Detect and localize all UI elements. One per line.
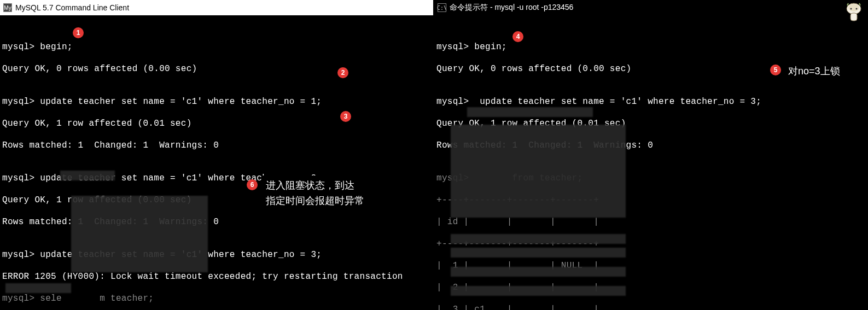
cmd-window: C:\ 命令提示符 - mysql -u root -p123456 mysql… [434,0,868,310]
term-line: mysql> update teacher set name = 'c1' wh… [2,249,431,260]
term-line: Rows matched: 1 Changed: 1 Warnings: 0 [2,217,431,227]
censor-block [71,196,208,272]
term-line: mysql> update teacher set name = 'c1' wh… [436,96,866,107]
mysql-icon: My [3,3,12,12]
annotation-badge-1: 1 [73,27,84,38]
window-title-right: 命令提示符 - mysql -u root -p123456 [450,3,573,13]
term-line: mysql> update teacher set name = 'c1' wh… [2,96,431,107]
annotation-badge-2: 2 [337,67,348,78]
term-line: Rows matched: 1 Changed: 1 Warnings: 0 [2,140,431,151]
term-line: mysql> sele m teacher; [2,293,431,304]
svg-rect-4 [850,13,857,21]
censor-block [451,125,626,218]
window-title-left: MySQL 5.7 Command Line Client [15,3,129,12]
annotation-note-5: 对no=3上锁 [784,61,844,81]
term-line: ERROR 1205 (HY000): Lock wait timeout ex… [2,271,431,282]
terminal-left[interactable]: mysql> begin; Query OK, 0 rows affected … [0,15,433,310]
note-text: 对no=3上锁 [788,66,840,77]
term-line: | id | | | | [436,217,866,227]
censor-block [467,107,593,117]
censor-block [451,248,626,258]
term-line: mysql> begin; [2,42,431,52]
titlebar-left[interactable]: My MySQL 5.7 Command Line Client [0,0,433,15]
mysql-client-window: My MySQL 5.7 Command Line Client mysql> … [0,0,433,310]
annotation-badge-6: 6 [247,179,258,190]
annotation-badge-3: 3 [340,111,351,122]
annotation-badge-5: 5 [770,65,781,75]
term-line: | 3 | c1 | | | [436,304,866,310]
annotation-note-6: 进入阻塞状态，到达 指定时间会报超时异常 [261,176,369,210]
terminal-right[interactable]: mysql> begin; Query OK, 0 rows affected … [434,15,868,310]
term-line: mysql> begin; [436,42,866,52]
svg-point-2 [850,8,852,10]
cmd-icon: C:\ [438,3,446,12]
censor-block [451,234,626,244]
mascot-icon [843,1,865,23]
svg-point-1 [848,4,859,11]
censor-block [451,286,626,296]
titlebar-right[interactable]: C:\ 命令提示符 - mysql -u root -p123456 [434,0,868,15]
term-line: Query OK, 0 rows affected (0.00 sec) [2,63,431,74]
term-line: Query OK, 1 row affected (0.01 sec) [2,118,431,129]
note-text-line1: 进入阻塞状态，到达 [266,180,354,191]
annotation-badge-4: 4 [512,31,523,42]
censor-block [5,283,71,293]
censor-block [451,267,626,277]
censor-block [60,171,115,180]
note-text-line2: 指定时间会报超时异常 [266,195,364,206]
svg-point-3 [856,8,858,10]
